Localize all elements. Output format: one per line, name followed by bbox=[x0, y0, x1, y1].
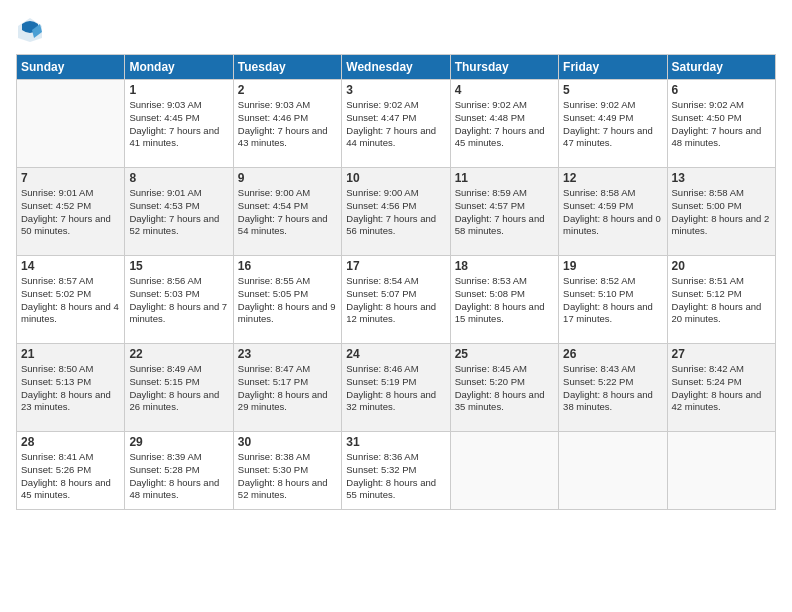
day-number: 4 bbox=[455, 83, 554, 97]
day-info: Sunrise: 8:55 AMSunset: 5:05 PMDaylight:… bbox=[238, 275, 337, 326]
calendar-cell: 24Sunrise: 8:46 AMSunset: 5:19 PMDayligh… bbox=[342, 344, 450, 432]
day-info: Sunrise: 8:52 AMSunset: 5:10 PMDaylight:… bbox=[563, 275, 662, 326]
day-info: Sunrise: 9:03 AMSunset: 4:45 PMDaylight:… bbox=[129, 99, 228, 150]
day-info: Sunrise: 8:53 AMSunset: 5:08 PMDaylight:… bbox=[455, 275, 554, 326]
day-number: 19 bbox=[563, 259, 662, 273]
calendar-cell: 25Sunrise: 8:45 AMSunset: 5:20 PMDayligh… bbox=[450, 344, 558, 432]
day-number: 6 bbox=[672, 83, 771, 97]
day-info: Sunrise: 8:39 AMSunset: 5:28 PMDaylight:… bbox=[129, 451, 228, 502]
day-info: Sunrise: 8:45 AMSunset: 5:20 PMDaylight:… bbox=[455, 363, 554, 414]
calendar-cell: 28Sunrise: 8:41 AMSunset: 5:26 PMDayligh… bbox=[17, 432, 125, 510]
day-number: 18 bbox=[455, 259, 554, 273]
day-info: Sunrise: 9:00 AMSunset: 4:54 PMDaylight:… bbox=[238, 187, 337, 238]
day-number: 8 bbox=[129, 171, 228, 185]
page: SundayMondayTuesdayWednesdayThursdayFrid… bbox=[0, 0, 792, 612]
calendar-cell: 9Sunrise: 9:00 AMSunset: 4:54 PMDaylight… bbox=[233, 168, 341, 256]
day-number: 7 bbox=[21, 171, 120, 185]
calendar-cell: 22Sunrise: 8:49 AMSunset: 5:15 PMDayligh… bbox=[125, 344, 233, 432]
day-info: Sunrise: 9:02 AMSunset: 4:47 PMDaylight:… bbox=[346, 99, 445, 150]
day-number: 17 bbox=[346, 259, 445, 273]
day-info: Sunrise: 9:02 AMSunset: 4:48 PMDaylight:… bbox=[455, 99, 554, 150]
weekday-header-sunday: Sunday bbox=[17, 55, 125, 80]
calendar-cell: 11Sunrise: 8:59 AMSunset: 4:57 PMDayligh… bbox=[450, 168, 558, 256]
day-info: Sunrise: 8:54 AMSunset: 5:07 PMDaylight:… bbox=[346, 275, 445, 326]
day-number: 3 bbox=[346, 83, 445, 97]
day-info: Sunrise: 9:01 AMSunset: 4:53 PMDaylight:… bbox=[129, 187, 228, 238]
calendar-cell: 7Sunrise: 9:01 AMSunset: 4:52 PMDaylight… bbox=[17, 168, 125, 256]
calendar-cell: 2Sunrise: 9:03 AMSunset: 4:46 PMDaylight… bbox=[233, 80, 341, 168]
calendar-cell: 19Sunrise: 8:52 AMSunset: 5:10 PMDayligh… bbox=[559, 256, 667, 344]
calendar-cell: 1Sunrise: 9:03 AMSunset: 4:45 PMDaylight… bbox=[125, 80, 233, 168]
day-number: 30 bbox=[238, 435, 337, 449]
calendar-cell: 14Sunrise: 8:57 AMSunset: 5:02 PMDayligh… bbox=[17, 256, 125, 344]
calendar-cell bbox=[17, 80, 125, 168]
day-number: 2 bbox=[238, 83, 337, 97]
calendar-cell: 3Sunrise: 9:02 AMSunset: 4:47 PMDaylight… bbox=[342, 80, 450, 168]
week-row-4: 21Sunrise: 8:50 AMSunset: 5:13 PMDayligh… bbox=[17, 344, 776, 432]
day-number: 23 bbox=[238, 347, 337, 361]
calendar-cell: 12Sunrise: 8:58 AMSunset: 4:59 PMDayligh… bbox=[559, 168, 667, 256]
calendar-cell: 13Sunrise: 8:58 AMSunset: 5:00 PMDayligh… bbox=[667, 168, 775, 256]
calendar-cell: 15Sunrise: 8:56 AMSunset: 5:03 PMDayligh… bbox=[125, 256, 233, 344]
week-row-3: 14Sunrise: 8:57 AMSunset: 5:02 PMDayligh… bbox=[17, 256, 776, 344]
day-number: 24 bbox=[346, 347, 445, 361]
day-number: 20 bbox=[672, 259, 771, 273]
day-info: Sunrise: 8:43 AMSunset: 5:22 PMDaylight:… bbox=[563, 363, 662, 414]
calendar-cell: 31Sunrise: 8:36 AMSunset: 5:32 PMDayligh… bbox=[342, 432, 450, 510]
weekday-header-monday: Monday bbox=[125, 55, 233, 80]
week-row-5: 28Sunrise: 8:41 AMSunset: 5:26 PMDayligh… bbox=[17, 432, 776, 510]
calendar-cell: 30Sunrise: 8:38 AMSunset: 5:30 PMDayligh… bbox=[233, 432, 341, 510]
logo bbox=[16, 16, 46, 44]
day-info: Sunrise: 8:58 AMSunset: 5:00 PMDaylight:… bbox=[672, 187, 771, 238]
day-info: Sunrise: 9:02 AMSunset: 4:50 PMDaylight:… bbox=[672, 99, 771, 150]
day-number: 12 bbox=[563, 171, 662, 185]
day-number: 14 bbox=[21, 259, 120, 273]
day-number: 13 bbox=[672, 171, 771, 185]
week-row-2: 7Sunrise: 9:01 AMSunset: 4:52 PMDaylight… bbox=[17, 168, 776, 256]
calendar-cell: 8Sunrise: 9:01 AMSunset: 4:53 PMDaylight… bbox=[125, 168, 233, 256]
weekday-header-row: SundayMondayTuesdayWednesdayThursdayFrid… bbox=[17, 55, 776, 80]
weekday-header-tuesday: Tuesday bbox=[233, 55, 341, 80]
day-info: Sunrise: 8:50 AMSunset: 5:13 PMDaylight:… bbox=[21, 363, 120, 414]
calendar: SundayMondayTuesdayWednesdayThursdayFrid… bbox=[16, 54, 776, 510]
weekday-header-saturday: Saturday bbox=[667, 55, 775, 80]
calendar-cell bbox=[450, 432, 558, 510]
calendar-cell bbox=[559, 432, 667, 510]
day-info: Sunrise: 8:51 AMSunset: 5:12 PMDaylight:… bbox=[672, 275, 771, 326]
day-number: 25 bbox=[455, 347, 554, 361]
day-info: Sunrise: 9:01 AMSunset: 4:52 PMDaylight:… bbox=[21, 187, 120, 238]
calendar-cell: 23Sunrise: 8:47 AMSunset: 5:17 PMDayligh… bbox=[233, 344, 341, 432]
day-info: Sunrise: 8:58 AMSunset: 4:59 PMDaylight:… bbox=[563, 187, 662, 238]
day-info: Sunrise: 9:02 AMSunset: 4:49 PMDaylight:… bbox=[563, 99, 662, 150]
week-row-1: 1Sunrise: 9:03 AMSunset: 4:45 PMDaylight… bbox=[17, 80, 776, 168]
calendar-cell: 6Sunrise: 9:02 AMSunset: 4:50 PMDaylight… bbox=[667, 80, 775, 168]
calendar-cell: 4Sunrise: 9:02 AMSunset: 4:48 PMDaylight… bbox=[450, 80, 558, 168]
day-number: 1 bbox=[129, 83, 228, 97]
day-info: Sunrise: 8:47 AMSunset: 5:17 PMDaylight:… bbox=[238, 363, 337, 414]
day-number: 9 bbox=[238, 171, 337, 185]
calendar-cell bbox=[667, 432, 775, 510]
day-number: 10 bbox=[346, 171, 445, 185]
calendar-cell: 21Sunrise: 8:50 AMSunset: 5:13 PMDayligh… bbox=[17, 344, 125, 432]
weekday-header-friday: Friday bbox=[559, 55, 667, 80]
day-number: 26 bbox=[563, 347, 662, 361]
day-info: Sunrise: 8:42 AMSunset: 5:24 PMDaylight:… bbox=[672, 363, 771, 414]
day-number: 22 bbox=[129, 347, 228, 361]
day-info: Sunrise: 8:36 AMSunset: 5:32 PMDaylight:… bbox=[346, 451, 445, 502]
calendar-cell: 27Sunrise: 8:42 AMSunset: 5:24 PMDayligh… bbox=[667, 344, 775, 432]
weekday-header-wednesday: Wednesday bbox=[342, 55, 450, 80]
day-info: Sunrise: 9:03 AMSunset: 4:46 PMDaylight:… bbox=[238, 99, 337, 150]
day-number: 31 bbox=[346, 435, 445, 449]
day-number: 15 bbox=[129, 259, 228, 273]
day-number: 11 bbox=[455, 171, 554, 185]
day-info: Sunrise: 8:38 AMSunset: 5:30 PMDaylight:… bbox=[238, 451, 337, 502]
day-number: 16 bbox=[238, 259, 337, 273]
calendar-cell: 10Sunrise: 9:00 AMSunset: 4:56 PMDayligh… bbox=[342, 168, 450, 256]
calendar-cell: 16Sunrise: 8:55 AMSunset: 5:05 PMDayligh… bbox=[233, 256, 341, 344]
calendar-cell: 26Sunrise: 8:43 AMSunset: 5:22 PMDayligh… bbox=[559, 344, 667, 432]
day-info: Sunrise: 8:46 AMSunset: 5:19 PMDaylight:… bbox=[346, 363, 445, 414]
calendar-cell: 17Sunrise: 8:54 AMSunset: 5:07 PMDayligh… bbox=[342, 256, 450, 344]
calendar-cell: 29Sunrise: 8:39 AMSunset: 5:28 PMDayligh… bbox=[125, 432, 233, 510]
day-info: Sunrise: 8:49 AMSunset: 5:15 PMDaylight:… bbox=[129, 363, 228, 414]
day-info: Sunrise: 8:41 AMSunset: 5:26 PMDaylight:… bbox=[21, 451, 120, 502]
